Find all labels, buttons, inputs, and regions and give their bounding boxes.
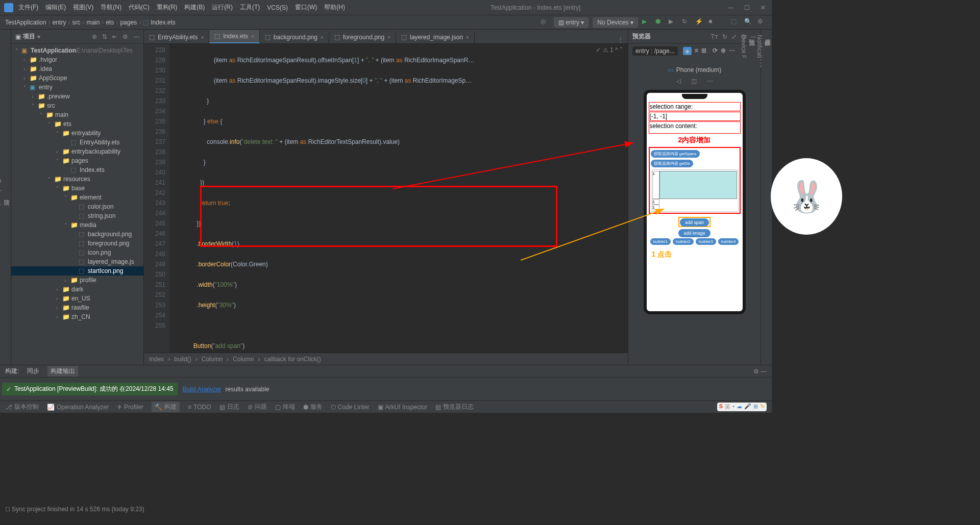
select-opened-icon[interactable]: ⊕ bbox=[92, 33, 97, 40]
module-combo[interactable]: ▤ entry ▾ bbox=[554, 17, 589, 28]
nav-back-icon[interactable]: ◁ bbox=[676, 78, 681, 85]
code-editor[interactable]: 2282292302312322332342352362372382392402… bbox=[144, 44, 628, 353]
tab-entryability[interactable]: ⬚EntryAbility.ets× bbox=[144, 31, 209, 43]
sb-todo[interactable]: ≡ TODO bbox=[188, 404, 211, 411]
gutter: 2282292302312322332342352362372382392402… bbox=[144, 44, 169, 353]
btn-getselection[interactable]: 获取选择内容 getSe bbox=[651, 160, 693, 167]
bt-sync[interactable]: 同步 bbox=[27, 367, 39, 376]
bottom-gear-icon[interactable]: ⚙ — bbox=[753, 368, 767, 375]
cc-index[interactable]: Index bbox=[149, 356, 164, 363]
build-rest: results available bbox=[226, 386, 270, 393]
minimize-icon[interactable]: — bbox=[728, 4, 735, 11]
sb-op[interactable]: 📈 Operation Analyzer bbox=[47, 404, 109, 411]
more-icon[interactable]: ⋯ bbox=[729, 47, 735, 55]
sb-build[interactable]: 🔨 构建 bbox=[152, 402, 180, 412]
stop-icon[interactable]: ■ bbox=[708, 18, 718, 27]
collapse-icon[interactable]: ⇤ bbox=[112, 33, 117, 40]
refresh-icon[interactable]: ↻ bbox=[722, 33, 727, 40]
bc-entry[interactable]: entry bbox=[53, 19, 66, 26]
btn-addspan[interactable]: add span bbox=[680, 218, 709, 227]
nav-more-icon[interactable]: ⋯ bbox=[707, 78, 713, 85]
layers-icon[interactable]: ≡ bbox=[695, 47, 698, 55]
annotation-1: 1 点击 bbox=[652, 250, 741, 259]
menu-navigate[interactable]: 导航(N) bbox=[101, 3, 121, 12]
ime-bar[interactable]: S英•☁🎤⊞✎ bbox=[717, 403, 767, 411]
previewer-panel: 预览器 Tᴛ ↻ ⤢ ⚙ — entry : /page... ◈ ≡ ⊞ ⟳ … bbox=[628, 30, 761, 365]
menu-file[interactable]: 文件(F) bbox=[18, 3, 38, 12]
sb-terminal[interactable]: ▢ 终端 bbox=[275, 403, 295, 411]
tab-index[interactable]: ⬚Index.ets× bbox=[209, 30, 260, 43]
sb-linter[interactable]: ⬡ Code Linter bbox=[331, 404, 370, 411]
preview-path[interactable]: entry : /page... bbox=[632, 46, 678, 56]
left-project[interactable]: 项目 bbox=[2, 35, 11, 355]
menu-tools[interactable]: 工具(T) bbox=[240, 3, 260, 12]
tab-more-icon: ⋮ bbox=[614, 36, 628, 43]
sb-profiler[interactable]: ✈ Profiler bbox=[117, 404, 143, 411]
update-icon[interactable]: ⬚ bbox=[731, 18, 740, 27]
debug-icon[interactable]: ⬢ bbox=[655, 18, 665, 27]
menu-help[interactable]: 帮助(H) bbox=[324, 3, 345, 12]
btn-builder1[interactable]: builder1 bbox=[650, 238, 671, 245]
profile-icon[interactable]: ↻ bbox=[682, 18, 691, 27]
inspect-icon[interactable]: ⤢ bbox=[731, 33, 737, 40]
tab-background[interactable]: ⬚background.png× bbox=[260, 31, 329, 43]
cc-build[interactable]: build() bbox=[174, 356, 191, 363]
bt-buildoutput[interactable]: 构建输出 bbox=[47, 366, 78, 377]
btn-addimage[interactable]: add image bbox=[678, 229, 710, 237]
maximize-icon[interactable]: ☐ bbox=[744, 4, 751, 11]
cc-column1[interactable]: Column bbox=[202, 356, 223, 363]
left-bookmarks[interactable]: Bookmarks bbox=[0, 35, 2, 355]
run-icon[interactable]: ▶ bbox=[642, 18, 651, 27]
menu-vcs[interactable]: VCS(S) bbox=[267, 4, 288, 11]
attach-icon[interactable]: ⚡ bbox=[695, 18, 704, 27]
sb-vcs[interactable]: ⎇ 版本控制 bbox=[5, 403, 39, 411]
btn-builder2[interactable]: builder2 bbox=[673, 238, 693, 245]
build-success[interactable]: ✓TestApplication [PreviewBuild]: 成功的 在20… bbox=[2, 383, 178, 395]
expand-icon[interactable]: ⇅ bbox=[102, 33, 107, 40]
btn-builder3[interactable]: builder3 bbox=[696, 238, 716, 245]
search-icon[interactable]: 🔍 bbox=[744, 18, 753, 27]
sb-services[interactable]: ⬢ 服务 bbox=[303, 403, 323, 411]
menu-window[interactable]: 窗口(W) bbox=[295, 3, 317, 12]
sb-problems[interactable]: ⊘ 问题 bbox=[248, 403, 267, 411]
btn-getspans[interactable]: 获取选择内容 getSpans bbox=[651, 150, 700, 158]
menu-code[interactable]: 代码(C) bbox=[129, 3, 150, 12]
bc-project[interactable]: TestApplication bbox=[5, 19, 46, 26]
cc-column2[interactable]: Column bbox=[233, 356, 254, 363]
project-tree[interactable]: ˅▣TestApplication E:\nana\Desktop\Tes ›📁… bbox=[11, 44, 143, 365]
device-combo[interactable]: No Devices ▾ bbox=[593, 17, 638, 28]
tab-layered[interactable]: ⬚layered_image.json× bbox=[396, 31, 475, 43]
menu-run[interactable]: 运行(R) bbox=[212, 3, 233, 12]
bc-ets[interactable]: ets bbox=[106, 19, 114, 26]
sb-previewlog[interactable]: ▤ 预览器日志 bbox=[435, 403, 474, 411]
close-icon[interactable]: ✕ bbox=[761, 4, 768, 11]
menu-edit[interactable]: 编辑(E) bbox=[45, 3, 66, 12]
font-icon[interactable]: Tᴛ bbox=[711, 33, 718, 40]
rotate-icon[interactable]: ⟳ bbox=[713, 47, 718, 55]
settings-icon[interactable]: ⚙ bbox=[757, 18, 767, 27]
sb-log[interactable]: ▤ 日志 bbox=[219, 403, 239, 411]
tab-foreground[interactable]: ⬚foreground.png× bbox=[329, 31, 396, 43]
target-icon[interactable]: ◎ bbox=[541, 18, 550, 27]
coverage-icon[interactable]: ▶ bbox=[669, 18, 678, 27]
sb-arkui[interactable]: ▣ ArkUI Inspector bbox=[378, 404, 428, 411]
bc-src[interactable]: src bbox=[72, 19, 80, 26]
menu-build[interactable]: 构建(B) bbox=[184, 3, 205, 12]
nav-split-icon[interactable]: ◫ bbox=[691, 78, 697, 85]
grid-icon[interactable]: ⊞ bbox=[701, 47, 706, 55]
options-icon[interactable]: ⚙ bbox=[122, 33, 128, 40]
component-icon[interactable]: ◈ bbox=[683, 47, 692, 55]
bc-main[interactable]: main bbox=[86, 19, 100, 26]
menu-view[interactable]: 视图(V) bbox=[73, 3, 93, 12]
hide-icon[interactable]: — bbox=[133, 33, 139, 40]
bc-pages[interactable]: pages bbox=[120, 19, 137, 26]
zoom-icon[interactable]: ⊕ bbox=[721, 47, 726, 55]
inspection-widget[interactable]: ✓ ⚠ 1 ^ ˅ bbox=[596, 45, 623, 55]
cc-callback[interactable]: callback for onClick() bbox=[264, 356, 321, 363]
bc-file[interactable]: Index.ets bbox=[151, 19, 176, 26]
device-label: ▭Phone (medium) bbox=[668, 66, 722, 73]
build-analyzer-link[interactable]: Build Analyzer bbox=[183, 386, 222, 393]
code-body[interactable]: (item as RichEditorImageSpanResult).offs… bbox=[169, 44, 628, 353]
menu-refactor[interactable]: 重构(R) bbox=[157, 3, 178, 12]
btn-builder4[interactable]: builder4 bbox=[718, 238, 739, 245]
